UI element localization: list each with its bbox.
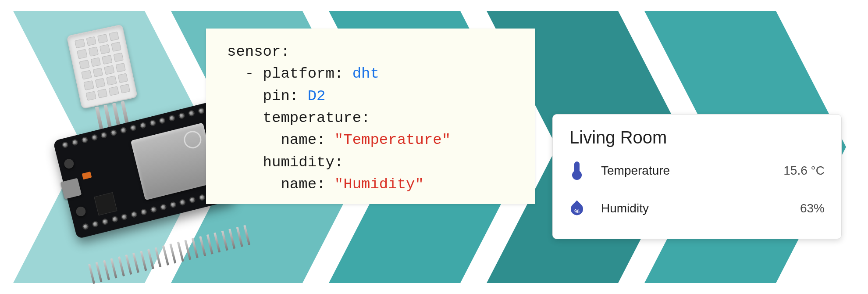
thermometer-icon <box>569 161 584 180</box>
code-line-4: temperature: <box>227 110 370 126</box>
yaml-config-code: sensor: - platform: dht pin: D2 temperat… <box>206 29 535 204</box>
code-line-3-key: pin: <box>227 88 308 104</box>
code-line-2-val: dht <box>352 65 379 82</box>
ha-card-title: Living Room <box>569 128 825 147</box>
ha-value-temperature: 15.6 °C <box>783 164 825 178</box>
diagram-stage: sensor: - platform: dht pin: D2 temperat… <box>0 0 868 294</box>
code-line-7-key: name: <box>227 176 334 193</box>
code-line-2-key: - platform: <box>227 65 352 82</box>
water-percent-icon: % <box>569 199 584 218</box>
ha-row-humidity: % Humidity 63% <box>569 190 825 227</box>
code-line-7-val: "Humidity" <box>334 176 424 193</box>
ha-row-temperature: Temperature 15.6 °C <box>569 152 825 190</box>
code-line-1: sensor: <box>227 43 290 60</box>
code-line-5-val: "Temperature" <box>334 132 451 148</box>
code-line-6: humidity: <box>227 154 343 171</box>
code-line-3-val: D2 <box>308 88 326 104</box>
ha-value-humidity: 63% <box>800 201 825 215</box>
ha-label-humidity: Humidity <box>601 201 800 215</box>
ha-sensor-card: Living Room Temperature 15.6 °C % Humidi… <box>552 114 842 239</box>
code-line-5-key: name: <box>227 132 334 148</box>
ha-label-temperature: Temperature <box>601 164 783 178</box>
